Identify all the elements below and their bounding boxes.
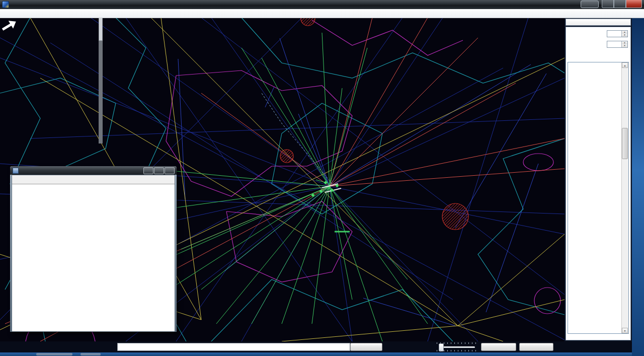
- pause-button[interactable]: [481, 343, 516, 351]
- spinner-down-icon[interactable]: ▼: [622, 34, 627, 37]
- commands-window-body: [12, 175, 175, 332]
- settings-panel-header[interactable]: [566, 19, 631, 26]
- send-button[interactable]: [350, 343, 382, 351]
- command-input[interactable]: [117, 343, 350, 351]
- bottom-command-bar: [0, 341, 632, 352]
- app-icon: [2, 1, 9, 8]
- taskbar-fragment: [80, 353, 101, 355]
- commands-window-icon: [13, 168, 19, 174]
- procedures-scroll-thumb[interactable]: [622, 128, 628, 159]
- screenshot-button[interactable]: [581, 1, 599, 8]
- commands-minimize-button[interactable]: [143, 167, 153, 174]
- window-titlebar[interactable]: [0, 0, 644, 9]
- initial-climb-row: ▲▼: [569, 30, 628, 38]
- go-around-spinner[interactable]: ▲▼: [607, 41, 628, 48]
- scroll-up-icon[interactable]: ▲: [622, 62, 628, 68]
- flight-strip-bay: [0, 18, 103, 145]
- close-button[interactable]: [626, 0, 642, 8]
- procedures-scrollbar[interactable]: ▲ ▼: [621, 62, 628, 333]
- simulation-rate-slider[interactable]: [437, 342, 476, 351]
- taskbar-fragment: [36, 353, 72, 355]
- spinner-down-icon[interactable]: ▼: [622, 44, 627, 47]
- slider-track[interactable]: [440, 346, 475, 348]
- slider-ticks-bottom: [437, 350, 476, 351]
- commands-close-button[interactable]: [165, 167, 175, 174]
- menu-bar: [0, 9, 644, 18]
- commands-window-titlebar[interactable]: [10, 166, 177, 175]
- commands-window[interactable]: [10, 166, 177, 332]
- commands-maximize-button[interactable]: [154, 167, 164, 174]
- procedures-list[interactable]: ▲ ▼: [568, 62, 629, 334]
- maximize-button[interactable]: [614, 0, 626, 8]
- step-back-button[interactable]: [519, 343, 553, 351]
- minimize-button[interactable]: [602, 0, 614, 8]
- go-around-row: ▲▼: [569, 41, 628, 48]
- window-edge-right: [632, 18, 644, 356]
- strip-bay-scroll-thumb[interactable]: [99, 18, 103, 41]
- initial-climb-spinner[interactable]: ▲▼: [607, 30, 628, 37]
- scroll-down-icon[interactable]: ▼: [622, 328, 628, 333]
- right-sidebar: ▲▼ ▲▼ ▲ ▼: [565, 18, 632, 356]
- procedures-panel: ▲▼ ▲▼ ▲ ▼: [566, 27, 631, 340]
- strip-bay-scrollbar[interactable]: [99, 18, 103, 144]
